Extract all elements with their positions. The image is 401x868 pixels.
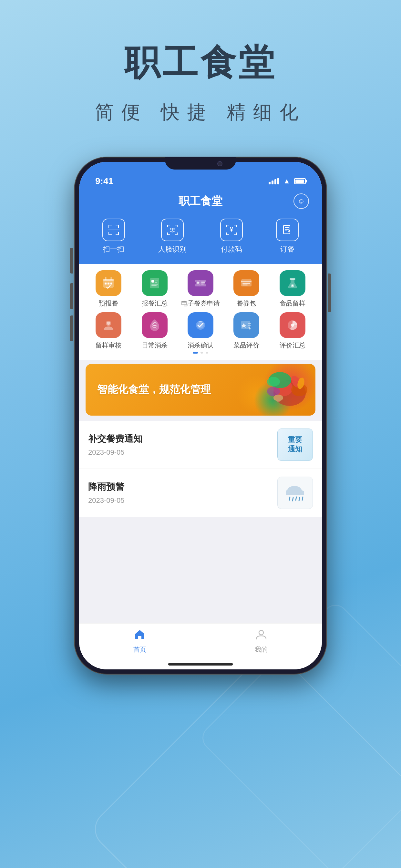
scan-icon [102,219,125,241]
faceid-icon [161,219,184,241]
svg-line-89 [302,497,303,500]
order-icon [276,219,299,241]
sample-label: 食品留样 [280,299,305,307]
rating-label: 菜品评价 [234,341,259,349]
svg-text:¥: ¥ [230,226,233,233]
payment-icon: ¥ [220,219,243,241]
svg-rect-45 [151,285,157,286]
disinfect-label: 日常消杀 [142,341,167,349]
profile-icon [255,628,267,643]
quick-actions-bar: 扫一扫 [79,215,322,264]
svg-rect-12 [177,225,178,227]
quick-action-scan[interactable]: 扫一扫 [102,219,125,254]
svg-rect-57 [289,278,296,280]
svg-line-86 [292,498,293,501]
scan-label: 扫一扫 [103,244,124,254]
tab-bar: 首页 我的 [79,623,322,660]
news-text-0: 补交餐费通知 2023-09-05 [88,433,271,457]
svg-rect-36 [107,283,110,284]
phone-screen: 9:41 ▲ 职工食堂 ☺ [79,162,322,670]
news-thumb-1 [277,476,313,509]
tab-profile[interactable]: 我的 [201,628,322,654]
report-icon [142,270,167,296]
svg-rect-8 [108,229,120,230]
home-indicator-bar [168,663,233,665]
svg-point-17 [170,228,172,229]
banner-image [232,364,315,415]
svg-rect-55 [243,283,250,284]
menu-item-report[interactable]: 报餐汇总 [131,270,177,307]
menu-item-evoucher[interactable]: ¥ 电子餐券申请 [178,270,223,307]
banner-section[interactable]: 智能化食堂，规范化管理 [86,364,315,415]
svg-rect-35 [104,283,106,284]
app-title-area: 职工食堂 简便 快捷 精细化 [95,39,306,125]
header-title: 职工食堂 [107,194,294,209]
ratingsummary-icon [280,312,305,338]
news-title-1: 降雨预警 [88,481,271,493]
payment-label: 付款码 [221,244,242,254]
svg-line-85 [289,497,290,500]
preorder-icon [96,270,121,296]
voucherpack-icon [234,270,259,296]
svg-rect-40 [150,278,159,288]
page-subtitle: 简便 快捷 精细化 [95,100,306,125]
svg-rect-23 [236,225,237,227]
svg-point-70 [291,323,294,327]
svg-rect-44 [151,284,158,284]
menu-item-sample[interactable]: 食品留样 [270,270,315,307]
svg-rect-51 [201,282,205,283]
scroll-content: 预报餐 [79,264,322,623]
tab-profile-label: 我的 [255,645,268,654]
svg-point-47 [193,282,196,284]
preorder-label: 预报餐 [99,299,118,307]
svg-rect-46 [195,280,206,286]
menu-item-disinfect[interactable]: 日常消杀 [131,312,177,349]
svg-rect-42 [155,281,158,281]
news-title-0: 补交餐费通知 [88,433,271,445]
signal-bars-icon [269,178,279,184]
spacer [79,521,322,527]
menu-item-ratingsummary[interactable]: 评价汇总 [270,312,315,349]
phone-frame: 9:41 ▲ 职工食堂 ☺ [74,157,327,674]
svg-point-90 [259,630,264,635]
menu-item-reviewsample[interactable]: 留样审核 [86,312,131,349]
front-camera [217,161,222,166]
page-title: 职工食堂 [95,39,306,87]
report-label: 报餐汇总 [142,299,167,307]
svg-point-48 [205,282,208,284]
news-section: 补交餐费通知 2023-09-05 重要通知 降雨预警 2023-09-05 [79,421,322,517]
menu-section: 预报餐 [79,264,322,360]
quick-action-payment[interactable]: ¥ 付款码 [220,219,243,254]
menu-item-voucherpack[interactable]: 餐券包 [223,270,269,307]
svg-rect-84 [286,491,304,495]
svg-rect-80 [277,398,280,402]
menu-item-confirm[interactable]: 消杀确认 [178,312,223,349]
quick-action-order[interactable]: 订餐 [276,219,299,254]
news-date-0: 2023-09-05 [88,448,271,457]
svg-rect-1 [109,225,109,228]
svg-rect-64 [199,321,202,321]
dot-inactive-2 [206,352,208,353]
banner-text: 智能化食堂，规范化管理 [86,383,211,397]
quick-action-faceid[interactable]: 人脸识别 [158,219,187,254]
phone-container: 9:41 ▲ 职工食堂 ☺ [74,157,327,674]
svg-rect-14 [167,232,168,235]
svg-point-18 [174,228,175,229]
status-icons: ▲ [269,177,306,185]
home-icon [134,628,146,643]
news-item-0[interactable]: 补交餐费通知 2023-09-05 重要通知 [79,421,322,469]
order-label: 订餐 [280,244,295,254]
menu-item-preorder[interactable]: 预报餐 [86,270,131,307]
svg-rect-56 [243,284,248,285]
news-item-1[interactable]: 降雨预警 2023-09-05 [79,469,322,517]
menu-item-rating[interactable]: 菜品评价 [223,312,269,349]
tab-home[interactable]: 首页 [79,628,201,654]
faceid-label: 人脸识别 [158,244,187,254]
rating-icon [234,312,259,338]
message-button[interactable]: ☺ [294,193,309,209]
evoucher-icon: ¥ [188,270,213,296]
svg-point-76 [267,377,280,386]
reviewsample-icon [96,312,121,338]
confirm-icon [188,312,213,338]
confirm-label: 消杀确认 [188,341,213,349]
